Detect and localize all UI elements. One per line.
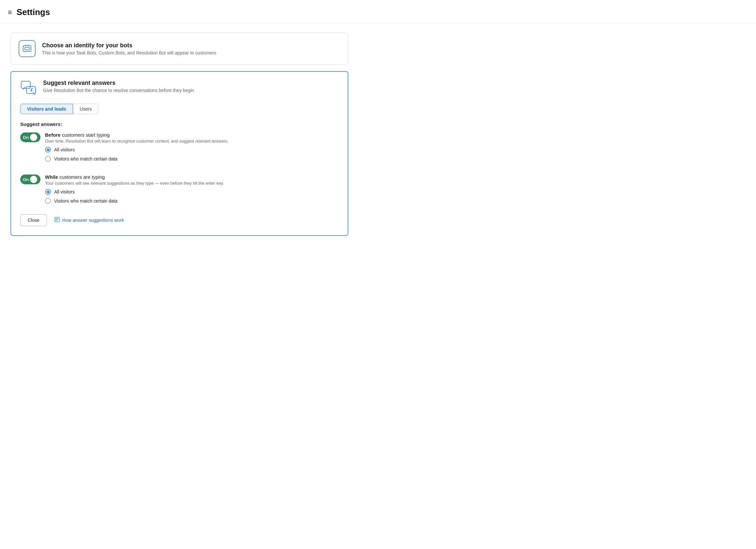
- identity-text: Choose an identity for your bots This is…: [42, 42, 216, 55]
- identity-description: This is how your Task Bots, Custom Bots,…: [42, 50, 216, 55]
- tab-visitors-and-leads[interactable]: Visitors and leads: [20, 104, 73, 114]
- svg-marker-7: [30, 88, 33, 93]
- hamburger-icon[interactable]: ≡: [8, 8, 12, 17]
- while-typing-toggle-row: On While customers are typing Your custo…: [20, 174, 339, 186]
- tabs-row: Visitors and leads Users: [20, 104, 339, 114]
- footer-row: Close How answer suggestions work: [20, 213, 339, 226]
- before-typing-radio-group: All visitors Visitors who match certain …: [45, 147, 339, 162]
- before-typing-text: Before customers start typing Over time,…: [45, 132, 229, 144]
- before-typing-toggle-knob: [30, 134, 37, 141]
- content-area: Choose an identity for your bots This is…: [0, 23, 359, 245]
- suggest-title: Suggest relevant answers: [43, 80, 194, 86]
- while-typing-toggle-label: On: [23, 177, 29, 182]
- before-typing-toggle-label: On: [23, 135, 29, 140]
- before-typing-toggle-row: On Before customers start typing Over ti…: [20, 132, 339, 144]
- while-typing-text: While customers are typing Your customer…: [45, 174, 224, 186]
- page-title: Settings: [17, 7, 50, 17]
- while-typing-radio-certain-data[interactable]: Visitors who match certain data: [45, 198, 339, 204]
- header: ≡ Settings: [0, 0, 756, 23]
- before-typing-radio-all-visitors-label: All visitors: [54, 147, 75, 152]
- while-typing-desc: Your customers will see relevant suggest…: [45, 181, 224, 186]
- before-typing-radio-certain-data-circle: [45, 156, 51, 162]
- suggest-icon-svg: [21, 80, 37, 96]
- while-typing-heading: While customers are typing: [45, 174, 224, 180]
- page-wrapper: ≡ Settings Choose an identity for your b…: [0, 0, 756, 549]
- while-typing-radio-all-visitors-label: All visitors: [54, 189, 75, 194]
- help-link-icon: [54, 217, 60, 224]
- close-button[interactable]: Close: [20, 214, 47, 226]
- before-typing-radio-all-visitors[interactable]: All visitors: [45, 147, 339, 153]
- before-typing-radio-certain-data-label: Visitors who match certain data: [54, 156, 117, 161]
- before-typing-section: On Before customers start typing Over ti…: [20, 132, 339, 162]
- while-typing-section: On While customers are typing Your custo…: [20, 174, 339, 204]
- before-typing-heading: Before customers start typing: [45, 132, 229, 138]
- while-typing-radio-certain-data-circle: [45, 198, 51, 204]
- while-typing-radio-all-visitors[interactable]: All visitors: [45, 189, 339, 195]
- bot-identity-icon: [19, 40, 36, 57]
- suggest-answers-label: Suggest answers:: [20, 121, 339, 127]
- before-typing-desc: Over time, Resolution Bot will learn to …: [45, 139, 229, 144]
- while-typing-toggle-knob: [30, 176, 37, 183]
- svg-rect-4: [21, 81, 30, 88]
- suggest-description: Give Resolution Bot the chance to resolv…: [43, 88, 194, 93]
- identity-card: Choose an identity for your bots This is…: [10, 33, 348, 65]
- svg-rect-0: [23, 46, 31, 52]
- identity-title: Choose an identity for your bots: [42, 42, 216, 49]
- svg-rect-1: [25, 47, 29, 50]
- while-typing-radio-all-visitors-circle: [45, 189, 51, 195]
- suggest-card: Suggest relevant answers Give Resolution…: [10, 71, 348, 236]
- suggest-text: Suggest relevant answers Give Resolution…: [43, 80, 194, 93]
- before-typing-radio-all-visitors-circle: [45, 147, 51, 153]
- suggest-icon: [20, 80, 37, 97]
- while-typing-radio-certain-data-label: Visitors who match certain data: [54, 198, 117, 204]
- help-link[interactable]: How answer suggestions work: [54, 217, 124, 224]
- help-link-label: How answer suggestions work: [62, 218, 124, 223]
- section-divider: [20, 168, 339, 174]
- before-typing-radio-certain-data[interactable]: Visitors who match certain data: [45, 156, 339, 162]
- while-typing-toggle[interactable]: On: [20, 175, 40, 184]
- suggest-card-header: Suggest relevant answers Give Resolution…: [20, 80, 339, 97]
- bot-icon-svg: [22, 44, 32, 53]
- tab-users[interactable]: Users: [73, 104, 99, 114]
- before-typing-toggle[interactable]: On: [20, 132, 40, 142]
- while-typing-radio-group: All visitors Visitors who match certain …: [45, 189, 339, 204]
